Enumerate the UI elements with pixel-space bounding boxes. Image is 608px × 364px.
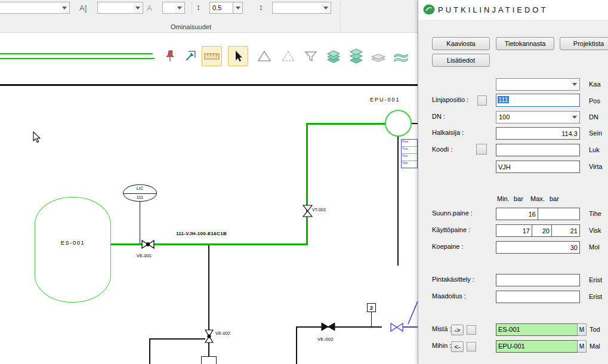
valve-ve001[interactable]: [141, 240, 155, 249]
koodi-label: Koodi :: [432, 146, 452, 153]
line-combo[interactable]: [496, 78, 580, 91]
kayttopaine-label: Käyttöpaine :: [432, 226, 470, 233]
suunnpaine-label: Suunn.paine :: [432, 209, 473, 217]
dialog-title: PUTKILINJATIEDOT: [438, 5, 548, 14]
koepaine-field[interactable]: [496, 241, 580, 254]
bar-header: bar: [550, 195, 559, 202]
instrument-lic[interactable]: LIC 111: [123, 184, 157, 202]
valve-ve002-horizontal[interactable]: [321, 322, 335, 331]
suunnpaine-min-field[interactable]: [496, 208, 538, 220]
connector-node[interactable]: 2: [367, 303, 376, 312]
tietokannasta-button[interactable]: Tietokannasta: [496, 37, 554, 50]
branch-line: [149, 338, 150, 364]
maadoitus-field[interactable]: [496, 291, 580, 303]
equipment-box[interactable]: [201, 356, 217, 364]
pump-info-table[interactable]: Pos Tuo Nor Teh: [401, 139, 418, 168]
mouse-cursor-icon: [33, 131, 41, 143]
linjapositio-label: Linjapositio :: [432, 96, 468, 103]
dn-combo[interactable]: 100: [496, 111, 580, 124]
node-stub-line: [371, 312, 372, 326]
branch-line: [149, 338, 205, 340]
tunnus-field[interactable]: [496, 161, 580, 173]
mista-picker-button[interactable]: [467, 325, 476, 335]
right-label-pos: Pos: [589, 97, 600, 104]
pipe-segment[interactable]: [306, 123, 385, 125]
instrument-number: 111: [124, 195, 156, 200]
mihin-field[interactable]: EPU-001: [496, 340, 578, 353]
halkaisija-label: Halkaisija :: [432, 129, 464, 136]
bar-header: bar: [514, 195, 523, 202]
pipe-segment[interactable]: [111, 243, 308, 245]
kaaviosta-button[interactable]: Kaaviosta: [432, 37, 490, 50]
pump-epu001[interactable]: [385, 110, 412, 137]
right-label-dn: DN: [589, 113, 598, 121]
maadoitus-label: Maadoitus :: [432, 292, 466, 300]
suunnpaine-max-field[interactable]: [538, 208, 580, 220]
koodi-picker-button[interactable]: [476, 144, 487, 155]
pump-drop-line[interactable]: [397, 137, 399, 266]
info-row: Teh: [402, 161, 417, 168]
pipe-segment-blue: [407, 300, 419, 325]
mista-arrow-button[interactable]: ->: [451, 325, 464, 335]
pipe-segment-black[interactable]: [297, 326, 382, 328]
mihin-picker-button[interactable]: [467, 342, 476, 351]
right-label-mol: Mol: [589, 243, 600, 251]
koepaine-label: Koepaine :: [432, 243, 464, 250]
linjapositio-field[interactable]: 111: [496, 94, 580, 107]
vessel-es001[interactable]: [35, 197, 111, 303]
valve-label: VE-002: [317, 337, 334, 342]
branch-line: [208, 343, 209, 357]
max-header: Max.: [530, 195, 545, 202]
right-label-tihe: Tihe: [589, 210, 601, 217]
mista-m-button[interactable]: M: [577, 323, 587, 336]
valve-label: VE-001: [137, 253, 152, 258]
kayttopaine-field-1[interactable]: [496, 224, 532, 237]
valve-ve002-vertical[interactable]: [205, 329, 214, 343]
valve-blue[interactable]: [390, 323, 403, 332]
mihin-m-button[interactable]: M: [577, 340, 587, 353]
dn-label: DN :: [432, 113, 445, 120]
pintakasittely-field[interactable]: [496, 274, 580, 286]
mihin-arrow-button[interactable]: <-: [451, 341, 464, 352]
kayttopaine-field-3[interactable]: [551, 224, 580, 237]
putkilinjatiedot-dialog: PUTKILINJATIEDOT Kaaviosta Tietokannasta…: [418, 0, 608, 364]
pipe-segment[interactable]: [306, 123, 308, 245]
lisatiedot-button[interactable]: Lisätiedot: [432, 54, 490, 67]
instrument-divider: [124, 193, 156, 194]
linjapositio-picker-button[interactable]: [477, 95, 487, 106]
koodi-field[interactable]: [496, 144, 580, 156]
info-row: Pos: [402, 140, 417, 147]
halkaisija-field[interactable]: [496, 127, 580, 140]
mihin-label: Mihin :: [432, 342, 451, 349]
pipe-segment-blue: [403, 326, 418, 328]
branch-line[interactable]: [208, 245, 209, 332]
right-label-mal: Mal: [590, 343, 600, 350]
info-row: Nor: [402, 154, 417, 161]
mista-label: Mistä :: [432, 325, 451, 332]
instrument-tag: LIC: [124, 186, 156, 191]
app-icon: [423, 4, 435, 15]
info-row: Tuo: [402, 147, 417, 154]
right-label-luk: Luk: [589, 146, 600, 153]
dialog-titlebar[interactable]: PUTKILINJATIEDOT: [418, 0, 608, 20]
valve-label: VE-002: [215, 331, 230, 336]
right-label-tod: Tod: [590, 326, 600, 333]
vessel-label: ES-001: [35, 239, 111, 246]
mista-field[interactable]: ES-001: [496, 323, 578, 336]
chevron-down-icon: [570, 112, 579, 123]
pipe-tag[interactable]: 111-VJH-100-E16C1B: [176, 231, 227, 236]
selected-text: 111: [498, 96, 509, 103]
valve-label: VT-003: [312, 208, 326, 212]
right-label-virta: Virta: [589, 163, 602, 170]
dn-value: 100: [499, 113, 510, 121]
valve-vt003[interactable]: [303, 205, 313, 217]
right-label-sein: Sein: [589, 129, 602, 137]
right-label-visk: Visk: [589, 227, 601, 234]
projektista-button[interactable]: Projektista: [560, 37, 608, 50]
pipe-segment-black[interactable]: [296, 326, 297, 364]
chevron-down-icon: [570, 79, 579, 90]
pump-label: EPU-001: [370, 97, 400, 103]
kayttopaine-field-2[interactable]: [532, 224, 552, 237]
pintakasittely-label: Pintakäsittely :: [432, 276, 474, 283]
right-label-erist-1: Erist: [589, 276, 602, 283]
